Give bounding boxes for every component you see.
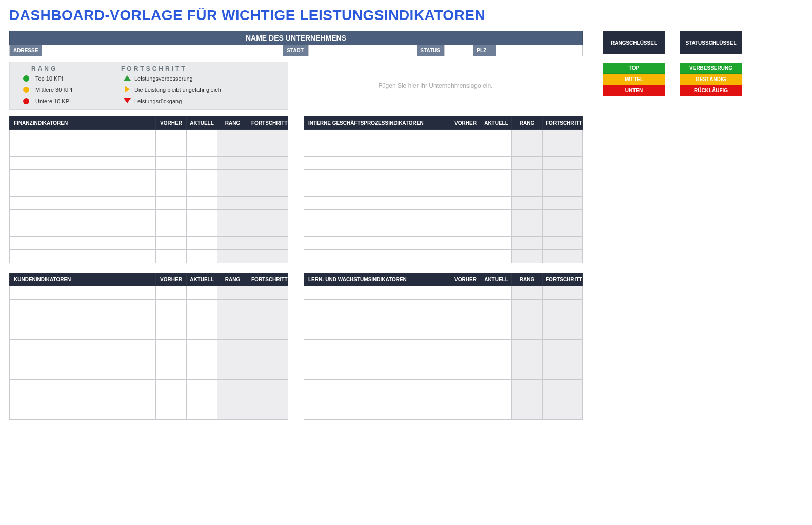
- table-row[interactable]: [10, 130, 288, 143]
- cell-vorher[interactable]: [450, 197, 481, 210]
- cell-vorher[interactable]: [156, 210, 187, 223]
- cell-rang[interactable]: [217, 300, 248, 313]
- cell-rang[interactable]: [217, 286, 248, 300]
- cell-name[interactable]: [10, 366, 156, 380]
- cell-vorher[interactable]: [450, 237, 481, 250]
- cell-name[interactable]: [10, 353, 156, 366]
- table-row[interactable]: [10, 197, 288, 210]
- cell-name[interactable]: [304, 353, 450, 366]
- cell-name[interactable]: [304, 313, 450, 326]
- cell-rang[interactable]: [512, 183, 543, 197]
- cell-rang[interactable]: [512, 300, 543, 313]
- cell-aktuell[interactable]: [481, 326, 512, 340]
- cell-fortschritt[interactable]: [543, 130, 583, 143]
- cell-fortschritt[interactable]: [543, 353, 583, 366]
- cell-aktuell[interactable]: [187, 197, 217, 210]
- cell-vorher[interactable]: [156, 130, 187, 143]
- cell-rang[interactable]: [217, 143, 248, 157]
- cell-fortschritt[interactable]: [248, 143, 288, 157]
- cell-vorher[interactable]: [156, 340, 187, 353]
- table-row[interactable]: [10, 157, 288, 170]
- cell-vorher[interactable]: [156, 183, 187, 197]
- cell-vorher[interactable]: [450, 300, 481, 313]
- cell-aktuell[interactable]: [481, 380, 512, 393]
- cell-rang[interactable]: [217, 237, 248, 250]
- cell-fortschritt[interactable]: [248, 406, 288, 420]
- cell-name[interactable]: [10, 406, 156, 420]
- cell-aktuell[interactable]: [481, 340, 512, 353]
- cell-fortschritt[interactable]: [248, 313, 288, 326]
- cell-name[interactable]: [10, 313, 156, 326]
- cell-name[interactable]: [10, 326, 156, 340]
- cell-aktuell[interactable]: [481, 366, 512, 380]
- cell-fortschritt[interactable]: [543, 300, 583, 313]
- cell-vorher[interactable]: [450, 313, 481, 326]
- cell-name[interactable]: [10, 183, 156, 197]
- table-row[interactable]: [304, 286, 583, 300]
- cell-fortschritt[interactable]: [543, 340, 583, 353]
- cell-rang[interactable]: [217, 326, 248, 340]
- table-row[interactable]: [304, 380, 583, 393]
- cell-vorher[interactable]: [450, 286, 481, 300]
- cell-aktuell[interactable]: [481, 353, 512, 366]
- table-row[interactable]: [10, 250, 288, 263]
- cell-rang[interactable]: [512, 130, 543, 143]
- cell-fortschritt[interactable]: [543, 286, 583, 300]
- cell-vorher[interactable]: [450, 353, 481, 366]
- cell-fortschritt[interactable]: [543, 326, 583, 340]
- status-input[interactable]: [445, 45, 473, 56]
- table-row[interactable]: [10, 170, 288, 183]
- cell-fortschritt[interactable]: [543, 250, 583, 263]
- cell-vorher[interactable]: [156, 393, 187, 406]
- cell-aktuell[interactable]: [187, 210, 217, 223]
- cell-aktuell[interactable]: [481, 286, 512, 300]
- cell-vorher[interactable]: [156, 223, 187, 237]
- cell-name[interactable]: [10, 143, 156, 157]
- cell-fortschritt[interactable]: [543, 210, 583, 223]
- table-row[interactable]: [304, 313, 583, 326]
- cell-vorher[interactable]: [156, 300, 187, 313]
- cell-rang[interactable]: [217, 157, 248, 170]
- cell-fortschritt[interactable]: [543, 157, 583, 170]
- cell-aktuell[interactable]: [481, 393, 512, 406]
- cell-aktuell[interactable]: [481, 170, 512, 183]
- cell-aktuell[interactable]: [187, 300, 217, 313]
- cell-vorher[interactable]: [450, 170, 481, 183]
- cell-fortschritt[interactable]: [543, 170, 583, 183]
- cell-name[interactable]: [10, 300, 156, 313]
- cell-vorher[interactable]: [156, 157, 187, 170]
- cell-vorher[interactable]: [450, 130, 481, 143]
- table-row[interactable]: [304, 210, 583, 223]
- cell-aktuell[interactable]: [481, 130, 512, 143]
- table-row[interactable]: [10, 300, 288, 313]
- cell-fortschritt[interactable]: [543, 143, 583, 157]
- cell-fortschritt[interactable]: [248, 237, 288, 250]
- cell-aktuell[interactable]: [187, 326, 217, 340]
- table-row[interactable]: [304, 340, 583, 353]
- cell-rang[interactable]: [217, 340, 248, 353]
- cell-name[interactable]: [10, 393, 156, 406]
- cell-aktuell[interactable]: [187, 286, 217, 300]
- cell-name[interactable]: [304, 197, 450, 210]
- cell-vorher[interactable]: [156, 326, 187, 340]
- table-row[interactable]: [10, 393, 288, 406]
- cell-fortschritt[interactable]: [248, 380, 288, 393]
- cell-rang[interactable]: [512, 157, 543, 170]
- cell-rang[interactable]: [512, 143, 543, 157]
- cell-rang[interactable]: [217, 250, 248, 263]
- cell-vorher[interactable]: [156, 143, 187, 157]
- cell-vorher[interactable]: [450, 380, 481, 393]
- cell-aktuell[interactable]: [187, 380, 217, 393]
- cell-rang[interactable]: [217, 313, 248, 326]
- cell-fortschritt[interactable]: [248, 130, 288, 143]
- cell-rang[interactable]: [512, 223, 543, 237]
- table-row[interactable]: [10, 353, 288, 366]
- cell-vorher[interactable]: [156, 170, 187, 183]
- cell-name[interactable]: [304, 157, 450, 170]
- cell-fortschritt[interactable]: [248, 326, 288, 340]
- cell-vorher[interactable]: [156, 406, 187, 420]
- cell-name[interactable]: [10, 223, 156, 237]
- cell-aktuell[interactable]: [481, 143, 512, 157]
- table-row[interactable]: [10, 223, 288, 237]
- cell-name[interactable]: [304, 210, 450, 223]
